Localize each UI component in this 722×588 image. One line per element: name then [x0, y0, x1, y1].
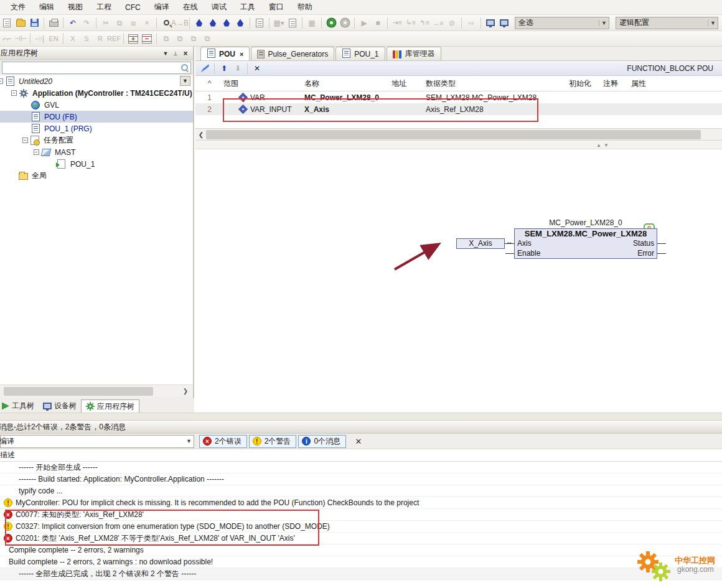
move-down-icon[interactable]: ⬇	[232, 63, 244, 74]
table-row[interactable]: 2 VAR_INPUT X_Axis Axis_Ref_LXM28	[195, 103, 722, 115]
step-over-icon[interactable]: ⇥≡	[391, 17, 403, 29]
assign-x-icon[interactable]: X	[67, 33, 79, 44]
ink-marker-1-icon[interactable]	[193, 17, 205, 29]
message-row[interactable]: ×C0077: 未知的类型: 'Axis_Ref_LXM28'	[0, 509, 722, 521]
ink-marker-2-icon[interactable]	[207, 17, 219, 29]
message-row[interactable]: !C0327: Implicit conversion from one enu…	[0, 521, 722, 533]
splitter-arrows-icon[interactable]: ▲▼	[596, 142, 611, 148]
tree-item-global[interactable]: 全局	[0, 170, 193, 182]
clear-messages-icon[interactable]: ✕	[353, 437, 364, 446]
column-datatype[interactable]: 数据类型	[426, 78, 569, 89]
undo-icon[interactable]: ↶	[67, 17, 79, 29]
contact-icon[interactable]: ⊣⊢	[14, 33, 27, 44]
datatype-cell[interactable]: Axis_Ref_LXM28	[426, 105, 569, 114]
expander-icon[interactable]: −	[11, 90, 17, 96]
expander-icon[interactable]: −	[22, 138, 28, 143]
open-file-icon[interactable]	[14, 17, 27, 29]
group-3-icon[interactable]: ⧉	[187, 33, 200, 44]
insert-block-minus-icon[interactable]: −	[141, 33, 153, 44]
breakpoint-icon[interactable]: ⊘	[446, 17, 458, 29]
tab-pou1[interactable]: POU_1	[335, 47, 385, 60]
tree-item-pou1[interactable]: POU_1 (PRG)	[0, 123, 193, 134]
copy-icon[interactable]: ⧉	[113, 17, 126, 29]
info-filter-button[interactable]: i 0个消息	[298, 435, 346, 448]
new-page-icon[interactable]	[286, 17, 299, 29]
download-monitor-icon[interactable]	[498, 17, 510, 29]
declaration-horizontal-scrollbar[interactable]: ❮	[195, 128, 722, 141]
group-4-icon[interactable]: ⧉	[201, 33, 213, 44]
paste-special-icon[interactable]	[253, 17, 266, 29]
ink-marker-4-icon[interactable]	[234, 17, 246, 29]
fbd-canvas[interactable]: MC_Power_LXM28_0 0 SEM_LXM28.MC_Power_LX…	[195, 150, 722, 413]
column-attributes[interactable]: 属性	[631, 78, 722, 89]
redo-icon[interactable]: ↷	[80, 17, 93, 29]
menu-file[interactable]: 文件	[4, 0, 32, 14]
search-input[interactable]	[2, 62, 191, 74]
pin-axis[interactable]: Axis	[517, 239, 532, 249]
fb-instance-name[interactable]: MC_Power_LXM28_0	[514, 218, 657, 227]
negated-contact-icon[interactable]: -○|	[34, 33, 46, 44]
tree-item-pou1-call[interactable]: POU_1	[0, 158, 193, 170]
tab-device-tree[interactable]: 设备树	[39, 399, 81, 413]
find-icon[interactable]	[160, 17, 172, 29]
scrollbar-thumb[interactable]	[206, 130, 701, 139]
message-row[interactable]: ×C0201: 类型 'Axis_Ref_LXM28' 不等于类型'Axis_R…	[0, 533, 722, 544]
run-icon[interactable]: ▶	[358, 17, 370, 29]
menu-build[interactable]: 编译	[148, 0, 176, 14]
warnings-filter-button[interactable]: ! 2个警告	[249, 435, 297, 448]
scroll-right-icon[interactable]: ❯	[180, 387, 190, 396]
expander-icon[interactable]: −	[0, 78, 3, 84]
tab-application-tree[interactable]: 应用程序树	[81, 399, 139, 413]
delete-icon[interactable]: ×	[141, 17, 153, 29]
pin-status[interactable]: Status	[633, 239, 654, 249]
step-into-icon[interactable]: ↳≡	[405, 17, 417, 29]
cut-icon[interactable]: ✂	[100, 17, 112, 29]
chevron-down-icon[interactable]: ▼	[708, 20, 718, 26]
message-row[interactable]: ------ 全部生成已完成，出现 2 个错误和 2 个警告 ------	[0, 568, 722, 580]
message-row[interactable]: Build complete -- 2 errors, 2 warnings :…	[0, 556, 722, 568]
column-init[interactable]: 初始化	[569, 78, 603, 89]
select-all-combo[interactable]: 全选 ▼	[515, 17, 609, 29]
column-name[interactable]: 名称	[304, 78, 391, 89]
sort-hint[interactable]: ^	[195, 79, 223, 88]
messages-column-header[interactable]: 描述	[0, 449, 722, 462]
splitter-strip[interactable]: ▲▼	[195, 141, 722, 149]
datatype-cell[interactable]: SEM_LXM28.MC_Power_LXM28	[426, 93, 569, 102]
name-cell[interactable]: X_Axis	[304, 105, 391, 114]
tree-item-mast[interactable]: − MAST	[0, 146, 193, 158]
message-row[interactable]: !MyController: POU for implicit check is…	[0, 497, 722, 509]
tab-pulse-generators[interactable]: Pulse_Generators	[251, 47, 334, 60]
edit-wizard-icon[interactable]	[199, 63, 211, 74]
function-block[interactable]: SEM_LXM28.MC_Power_LXM28 Axis Status Ena…	[514, 228, 657, 259]
pin-icon[interactable]: ⊥	[171, 50, 180, 57]
menu-tools[interactable]: 工具	[233, 0, 262, 14]
step-out-icon[interactable]: ↰≡	[418, 17, 431, 29]
chevron-down-icon[interactable]: ▼	[184, 438, 194, 444]
reset-r-icon[interactable]: R	[94, 33, 106, 44]
column-scope[interactable]: 范围	[223, 78, 304, 89]
group-1-icon[interactable]: ⧉	[160, 33, 172, 44]
menu-debug[interactable]: 调试	[205, 0, 233, 14]
logic-config-combo[interactable]: 逻辑配置 ▼	[616, 17, 718, 29]
stop-icon[interactable]: ■	[372, 17, 384, 29]
horizontal-splitter[interactable]	[0, 413, 722, 421]
name-cell[interactable]: MC_Power_LXM28_0	[304, 93, 391, 102]
build-gear-green-icon[interactable]	[325, 17, 337, 29]
expander-icon[interactable]: −	[34, 149, 39, 155]
step-next-icon[interactable]: →≡	[432, 17, 444, 29]
scrollbar-thumb[interactable]	[4, 387, 153, 396]
menu-cfc[interactable]: CFC	[118, 1, 148, 14]
message-row[interactable]: ------ 开始全部生成 ------	[0, 462, 722, 474]
tree-horizontal-scrollbar[interactable]: ❯	[0, 385, 193, 397]
search-icon[interactable]	[180, 63, 189, 72]
menu-help[interactable]: 帮助	[291, 0, 319, 14]
delete-variable-icon[interactable]: ✕	[251, 63, 263, 74]
chevron-down-icon[interactable]: ▼	[599, 20, 609, 26]
menu-online[interactable]: 在线	[176, 0, 205, 14]
message-row[interactable]: typify code ...	[0, 485, 722, 497]
move-up-icon[interactable]: ⬆	[218, 63, 230, 74]
menu-window[interactable]: 窗口	[262, 0, 291, 14]
login-monitor-icon[interactable]	[484, 17, 497, 29]
ref-icon[interactable]: REF	[108, 33, 120, 44]
new-file-icon[interactable]	[1, 17, 13, 29]
